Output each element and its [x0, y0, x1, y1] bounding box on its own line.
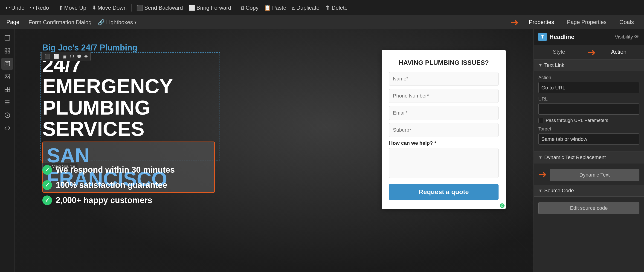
undo-button[interactable]: ↩ Undo	[4, 4, 26, 12]
properties-tab[interactable]: Properties	[522, 17, 560, 28]
sidebar-icon-text[interactable]	[2, 58, 13, 70]
source-code-section-label: Source Code	[544, 188, 574, 194]
sidebar-icon-widget[interactable]	[2, 83, 13, 95]
form-confirmation-tab[interactable]: Form Confirmation Dialog	[26, 18, 94, 27]
url-field-label: URL	[538, 96, 640, 102]
align-left-button[interactable]: ⬛	[43, 53, 52, 60]
move-down-icon: ⬇	[92, 5, 96, 11]
company-name: Big Joe's 24/7 Plumbing	[42, 43, 215, 53]
align-middle-button[interactable]: ⬢	[76, 53, 82, 60]
action-field-label: Action	[538, 75, 640, 80]
sidebar-icon-code[interactable]	[2, 122, 13, 134]
undo-label: Undo	[11, 5, 24, 11]
page-tab-label: Page	[6, 19, 19, 25]
phone-input[interactable]	[389, 89, 498, 103]
lightboxes-label: Lightboxes	[106, 19, 133, 26]
pass-through-checkbox[interactable]	[538, 118, 544, 123]
sidebar-icon-image[interactable]	[2, 71, 13, 82]
edit-source-code-button[interactable]: Edit source code	[538, 202, 640, 214]
source-code-chevron-icon: ▼	[538, 188, 542, 193]
target-select[interactable]: Same tab or windowNew tab or window	[538, 133, 640, 145]
bullet-text-3: 2,000+ happy customers	[56, 195, 152, 205]
visibility-control[interactable]: Visibility 👁	[615, 34, 640, 40]
dynamic-text-button[interactable]: Dynamic Text	[550, 169, 640, 181]
move-up-button[interactable]: ⬆ Move Up	[56, 4, 88, 12]
message-textarea[interactable]	[389, 148, 498, 178]
copy-label: Copy	[246, 5, 258, 11]
svg-marker-19	[7, 114, 8, 116]
name-input[interactable]	[389, 72, 498, 86]
paste-button[interactable]: 📋 Paste	[262, 4, 288, 12]
sidebar-icon-list[interactable]	[2, 96, 13, 108]
align-bottom-button[interactable]: ◈	[83, 53, 89, 60]
action-tab[interactable]: Action	[594, 45, 644, 59]
text-link-section-content: Action Go to URLOpen LightboxSend EmailC…	[534, 71, 644, 152]
form-tab-label: Form Confirmation Dialog	[28, 19, 92, 25]
source-code-section-header[interactable]: ▼ Source Code	[534, 185, 644, 197]
nav-right: ➜ Properties Page Properties Goals	[510, 16, 640, 28]
text-link-section-header[interactable]: ▼ Text Link	[534, 59, 644, 71]
undo-icon: ↩	[6, 5, 10, 11]
how-help-label: How can we help? *	[389, 140, 498, 146]
delete-label: Delete	[332, 5, 348, 11]
bring-forward-icon: ⬜	[188, 5, 196, 11]
bring-forward-button[interactable]: ⬜ Bring Forward	[187, 4, 233, 12]
toolbar: ↩ Undo ↪ Redo ⬆ Move Up ⬇ Move Down ⬛ Se…	[0, 0, 644, 16]
move-down-button[interactable]: ⬇ Move Down	[90, 4, 129, 12]
copy-button[interactable]: ⧉ Copy	[239, 4, 260, 12]
page-tab[interactable]: Page	[4, 18, 22, 27]
url-input[interactable]	[538, 103, 640, 114]
duplicate-icon: ⧈	[292, 5, 295, 11]
copy-icon: ⧉	[240, 5, 244, 11]
pass-through-label: Pass through URL Parameters	[546, 118, 608, 123]
element-type-icon: T	[538, 33, 547, 41]
resize-handle[interactable]: G	[500, 203, 504, 208]
move-down-label: Move Down	[98, 5, 127, 11]
svg-rect-2	[8, 48, 10, 50]
right-panel: T Headline Visibility 👁 Style ➜ Action	[534, 29, 644, 272]
separator3	[236, 4, 236, 12]
svg-rect-3	[5, 51, 7, 53]
left-sidebar	[0, 29, 15, 272]
delete-icon: 🗑	[325, 5, 330, 11]
style-tab[interactable]: Style ➜	[534, 45, 584, 59]
dynamic-text-section-header[interactable]: ▼ Dynamic Text Replacement	[534, 152, 644, 164]
suburb-input[interactable]	[389, 123, 498, 137]
svg-rect-9	[5, 74, 10, 79]
bullet-list: ✓ We respond within 30 minutes ✓ 100% sa…	[42, 165, 175, 205]
sidebar-icon-media[interactable]	[2, 109, 13, 121]
form-card: HAVING PLUMBING ISSUES? How can we help?…	[382, 50, 506, 209]
visibility-label: Visibility	[615, 34, 633, 40]
source-code-section-content: Edit source code	[534, 197, 644, 218]
svg-rect-13	[5, 90, 7, 92]
properties-tab-label: Properties	[529, 19, 554, 25]
redo-button[interactable]: ↪ Redo	[28, 4, 51, 12]
action-select[interactable]: Go to URLOpen LightboxSend EmailCall Pho…	[538, 82, 640, 93]
sidebar-icon-grid[interactable]	[2, 45, 13, 57]
delete-button[interactable]: 🗑 Delete	[323, 4, 350, 12]
alignment-toolbar: ⬛ ⬜ ▣ ⬡ ⬢ ◈	[42, 52, 91, 61]
sidebar-icon-page[interactable]	[2, 32, 13, 44]
align-right-button[interactable]: ▣	[61, 53, 68, 60]
goals-tab[interactable]: Goals	[613, 17, 640, 28]
submit-button[interactable]: Request a quote	[389, 184, 498, 200]
send-backward-icon: ⬛	[136, 5, 143, 11]
check-icon-3: ✓	[42, 195, 52, 205]
lightboxes-link[interactable]: 🔗 Lightboxes ▾	[98, 19, 136, 26]
align-center-button[interactable]: ⬜	[52, 53, 60, 60]
redo-label: Redo	[36, 5, 49, 11]
email-input[interactable]	[389, 106, 498, 120]
canvas-area: ⬛ ⬜ ▣ ⬡ ⬢ ◈ Big Joe's 24/7 Plumbing 24/7…	[15, 29, 534, 272]
align-top-button[interactable]: ⬡	[68, 53, 75, 60]
page-properties-tab-label: Page Properties	[567, 19, 606, 25]
duplicate-button[interactable]: ⧈ Duplicate	[290, 4, 321, 12]
page-properties-tab[interactable]: Page Properties	[560, 17, 613, 28]
move-up-label: Move Up	[64, 5, 86, 11]
tab-arrow-icon: ➜	[588, 46, 596, 58]
svg-point-10	[6, 75, 7, 76]
main-area: ⬛ ⬜ ▣ ⬡ ⬢ ◈ Big Joe's 24/7 Plumbing 24/7…	[0, 29, 644, 272]
paste-label: Paste	[272, 5, 286, 11]
link-icon: 🔗	[98, 19, 105, 26]
send-backward-button[interactable]: ⬛ Send Backward	[134, 4, 185, 12]
svg-rect-0	[5, 36, 10, 40]
